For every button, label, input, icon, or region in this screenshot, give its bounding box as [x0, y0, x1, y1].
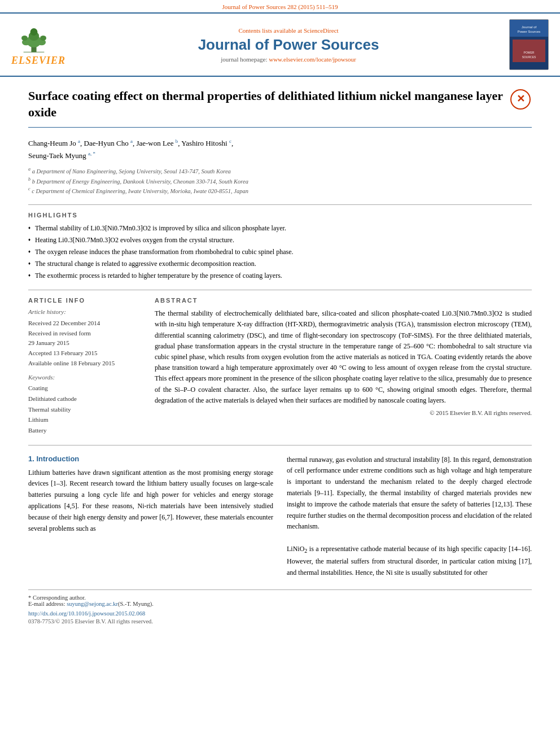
svg-point-7 — [40, 36, 46, 41]
journal-homepage: journal homepage: www.elsevier.com/locat… — [68, 56, 509, 63]
elsevier-logo: ELSEVIER — [11, 23, 68, 67]
abstract-header: ABSTRACT — [155, 297, 532, 304]
received-date: Received 22 December 2014 — [28, 318, 141, 329]
divider-2 — [28, 290, 532, 290]
highlight-item: The oxygen release induces the phase tra… — [28, 247, 532, 257]
homepage-link[interactable]: www.elsevier.com/locate/jpowsour — [269, 56, 356, 63]
article-info: ARTICLE INFO Article history: Received 2… — [28, 297, 141, 435]
crossmark-badge: ✕ — [509, 88, 532, 111]
intro-right-col: thermal runaway, gas evolution and struc… — [287, 455, 532, 579]
highlight-item: Thermal stability of Li0.3[Ni0.7Mn0.3]O2… — [28, 223, 532, 233]
journal-main-title: Journal of Power Sources — [68, 36, 509, 54]
article-history-label: Article history: — [28, 308, 141, 315]
keywords-list: Coating Delithiated cathode Thermal stab… — [28, 383, 141, 435]
affiliation-b: b b Department of Energy Engineering, Da… — [28, 176, 532, 186]
divider-3 — [28, 445, 532, 445]
svg-text:SOURCES: SOURCES — [522, 55, 536, 59]
introduction-section: 1. Introduction Lithium batteries have d… — [28, 455, 532, 579]
issn-line: 0378-7753/© 2015 Elsevier B.V. All right… — [28, 618, 532, 624]
elsevier-wordmark: ELSEVIER — [11, 55, 65, 67]
journal-cover-image: Journal of Power Sources POWER SOURCES — [509, 19, 549, 70]
svg-text:Power Sources: Power Sources — [518, 30, 541, 33]
citation-bar: Journal of Power Sources 282 (2015) 511–… — [0, 0, 560, 12]
authors: Chang-Heum Jo a, Dae-Hyun Cho a, Jae-won… — [28, 137, 532, 161]
email-link[interactable]: suyung@sejong.ac.kr — [67, 601, 118, 607]
journal-header: ELSEVIER Contents lists available at Sci… — [0, 12, 560, 77]
keyword: Lithium — [28, 414, 141, 425]
article-title-section: Surface coating effect on thermal proper… — [28, 88, 532, 128]
doi-link[interactable]: http://dx.doi.org/10.1016/j.jpowsour.201… — [28, 610, 145, 617]
revised-date: Received in revised form29 January 2015 — [28, 329, 141, 348]
highlights-header: HIGHLIGHTS — [28, 212, 532, 219]
highlights-section: HIGHLIGHTS Thermal stability of Li0.3[Ni… — [28, 212, 532, 281]
corresponding-author-note: * Corresponding author. — [28, 595, 532, 601]
keyword: Coating — [28, 383, 141, 394]
info-abstract-section: ARTICLE INFO Article history: Received 2… — [28, 297, 532, 435]
science-direct-line: Contents lists available at ScienceDirec… — [68, 27, 509, 34]
accepted-date: Accepted 13 February 2015 — [28, 348, 141, 359]
affiliations: a a Department of Nano Engineering, Sejo… — [28, 166, 532, 195]
keyword: Delithiated cathode — [28, 394, 141, 404]
journal-title-block: Contents lists available at ScienceDirec… — [68, 27, 509, 63]
intro-title: 1. Introduction — [28, 455, 273, 463]
highlights-list: Thermal stability of Li0.3[Ni0.7Mn0.3]O2… — [28, 223, 532, 281]
intro-left-col: 1. Introduction Lithium batteries have d… — [28, 455, 273, 579]
science-direct-link[interactable]: ScienceDirect — [304, 27, 339, 34]
highlight-item: The structural change is related to aggr… — [28, 259, 532, 269]
article-info-header: ARTICLE INFO — [28, 297, 141, 304]
elsevier-tree-icon — [11, 23, 56, 54]
svg-text:Journal of: Journal of — [522, 25, 537, 29]
affiliation-c: c c Department of Chemical Engineering, … — [28, 186, 532, 195]
divider-1 — [28, 204, 532, 205]
footnote-area: * Corresponding author. E-mail address: … — [28, 589, 532, 624]
keyword: Thermal stability — [28, 404, 141, 415]
article-title: Surface coating effect on thermal proper… — [28, 88, 509, 120]
online-date: Available online 18 February 2015 — [28, 359, 141, 369]
keywords-label: Keywords: — [28, 374, 141, 381]
affiliation-a: a a Department of Nano Engineering, Sejo… — [28, 166, 532, 176]
email-line: E-mail address: suyung@sejong.ac.kr(S.-T… — [28, 601, 532, 607]
content-area: Surface coating effect on thermal proper… — [0, 77, 560, 636]
abstract-text: The thermal stability of electrochemical… — [155, 308, 532, 406]
highlight-item: The exothermic process is retarded to hi… — [28, 270, 532, 281]
svg-point-3 — [30, 28, 38, 36]
copyright: © 2015 Elsevier B.V. All rights reserved… — [155, 409, 532, 416]
doi-line: http://dx.doi.org/10.1016/j.jpowsour.201… — [28, 610, 532, 617]
authors-text: Chang-Heum Jo a, Dae-Hyun Cho a, Jae-won… — [28, 139, 233, 160]
intro-right-text: thermal runaway, gas evolution and struc… — [287, 455, 532, 579]
abstract-section: ABSTRACT The thermal stability of electr… — [155, 297, 532, 435]
article-dates: Received 22 December 2014 Received in re… — [28, 318, 141, 368]
svg-text:POWER: POWER — [524, 51, 535, 54]
svg-point-6 — [21, 36, 28, 41]
keywords-section: Keywords: Coating Delithiated cathode Th… — [28, 374, 141, 435]
intro-left-text: Lithium batteries have drawn significant… — [28, 468, 273, 535]
citation-text: Journal of Power Sources 282 (2015) 511–… — [222, 3, 338, 10]
keyword: Battery — [28, 425, 141, 436]
highlight-item: Heating Li0.3[Ni0.7Mn0.3]O2 evolves oxyg… — [28, 235, 532, 245]
crossmark-icon: ✕ — [510, 89, 531, 110]
